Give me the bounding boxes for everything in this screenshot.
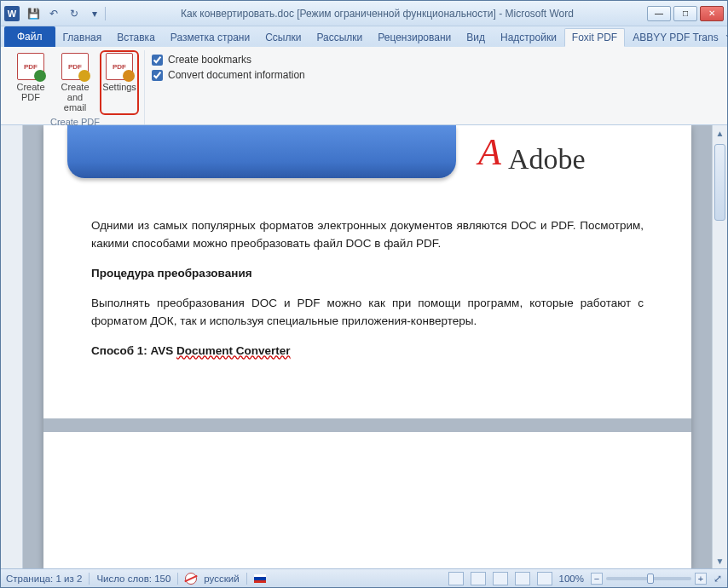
create-bookmarks-checkbox[interactable]: Create bookmarks [152,54,305,66]
zoom-level[interactable]: 100% [559,574,584,584]
adobe-logo-block: A Adobe [471,125,667,193]
view-outline-button[interactable] [515,572,530,585]
document-body: Одними из самых популярных форматов элек… [43,200,691,389]
convert-docinfo-input[interactable] [152,70,163,81]
heading-part: Способ 1: AVS [91,344,176,357]
paragraph: Одними из самых популярных форматов элек… [91,217,644,253]
app-window: W 💾 ↶ ↻ ▾ Как конвертировать.doc [Режим … [0,0,728,588]
create-bookmarks-label: Create bookmarks [168,54,251,66]
create-bookmarks-input[interactable] [152,55,163,66]
ribbon-tabs: Файл Главная Вставка Разметка страни Ссы… [1,26,727,47]
heading: Процедура преобразования [91,265,644,283]
zoom-controls: − + [591,573,707,585]
qat-more-button[interactable]: ▾ [86,5,103,22]
convert-docinfo-label: Convert document information [168,69,305,81]
tab-abbyy[interactable]: ABBYY PDF Trans [625,28,725,47]
title-bar: W 💾 ↶ ↻ ▾ Как конвертировать.doc [Режим … [1,1,727,26]
undo-button[interactable]: ↶ [45,5,62,22]
scroll-down-button[interactable]: ▼ [713,553,727,568]
tab-file[interactable]: Файл [4,26,55,47]
heading-underlined: Document Converter [176,344,291,357]
pdf-settings-icon: PDF [106,53,133,80]
view-draft-button[interactable] [537,572,552,585]
tab-page-layout[interactable]: Разметка страни [163,28,257,47]
document-page: A Adobe Одними из самых популярных форма… [43,125,691,568]
word-app-icon: W [4,6,20,21]
create-pdf-label: Create PDF [16,82,44,102]
ribbon: PDF Create PDF PDF Create and email PDF … [1,47,727,125]
tab-home[interactable]: Главная [55,28,110,47]
maximize-button[interactable]: □ [673,6,697,21]
tab-addins[interactable]: Надстройки [493,28,564,47]
workspace: A Adobe Одними из самых популярных форма… [1,125,727,568]
create-pdf-button[interactable]: PDF Create PDF [11,50,50,115]
window-controls: — □ ✕ [647,6,724,21]
language-flag-icon[interactable] [254,574,266,583]
separator [89,573,90,585]
zoom-slider[interactable] [606,577,691,580]
quick-access-toolbar: 💾 ↶ ↻ ▾ [25,5,103,22]
close-button[interactable]: ✕ [700,6,724,21]
minimize-button[interactable]: — [647,6,671,21]
language-indicator[interactable]: русский [204,574,239,584]
vertical-ruler [1,125,23,568]
word-count[interactable]: Число слов: 150 [96,574,170,584]
redo-button[interactable]: ↻ [66,5,83,22]
tab-foxit-pdf[interactable]: Foxit PDF [564,28,625,47]
heading: Способ 1: AVS Document Converter [91,343,644,360]
tab-review[interactable]: Рецензировани [370,28,459,47]
tab-insert[interactable]: Вставка [109,28,163,47]
spellcheck-icon[interactable] [185,573,197,585]
tab-references[interactable]: Ссылки [257,28,309,47]
view-web-layout-button[interactable] [493,572,508,585]
zoom-in-button[interactable]: + [695,573,707,585]
vertical-scrollbar[interactable]: ▲ ▼ [712,125,727,568]
header-graphic [67,125,456,178]
tab-view[interactable]: Вид [459,28,493,47]
zoom-out-button[interactable]: − [591,573,603,585]
scroll-thumb[interactable] [714,144,725,221]
fullscreen-toggle[interactable]: ⤢ [714,573,722,585]
settings-label: Settings [102,82,136,92]
separator [177,573,178,585]
page-gap [43,418,691,432]
window-title: Как конвертировать.doc [Режим ограниченн… [107,8,647,20]
view-fullscreen-button[interactable] [471,572,486,585]
adobe-logo-text: Adobe [508,143,586,176]
scroll-track[interactable] [713,141,727,553]
zoom-slider-knob[interactable] [647,574,654,584]
view-print-layout-button[interactable] [448,572,464,585]
document-viewport[interactable]: A Adobe Одними из самых популярных форма… [23,125,712,568]
paragraph: Выполнять преобразования DOC и PDF можно… [91,295,644,331]
tab-mailings[interactable]: Рассылки [309,28,370,47]
ribbon-group-create-pdf: PDF Create PDF PDF Create and email PDF … [6,50,145,124]
page-count[interactable]: Страница: 1 из 2 [6,574,82,584]
settings-button[interactable]: PDF Settings [100,50,139,115]
save-button[interactable]: 💾 [25,5,42,22]
scroll-up-button[interactable]: ▲ [713,125,727,141]
create-and-email-label: Create and email [58,82,92,112]
separator [105,7,106,20]
create-and-email-button[interactable]: PDF Create and email [55,50,95,115]
ribbon-checkbox-group: Create bookmarks Convert document inform… [145,50,310,124]
status-bar: Страница: 1 из 2 Число слов: 150 русский… [1,568,727,587]
pdf-email-icon: PDF [61,53,89,80]
pdf-create-icon: PDF [17,53,44,80]
adobe-logo-glyph: A [478,141,501,164]
separator [246,573,247,585]
convert-docinfo-checkbox[interactable]: Convert document information [152,69,305,81]
next-page [43,432,691,500]
